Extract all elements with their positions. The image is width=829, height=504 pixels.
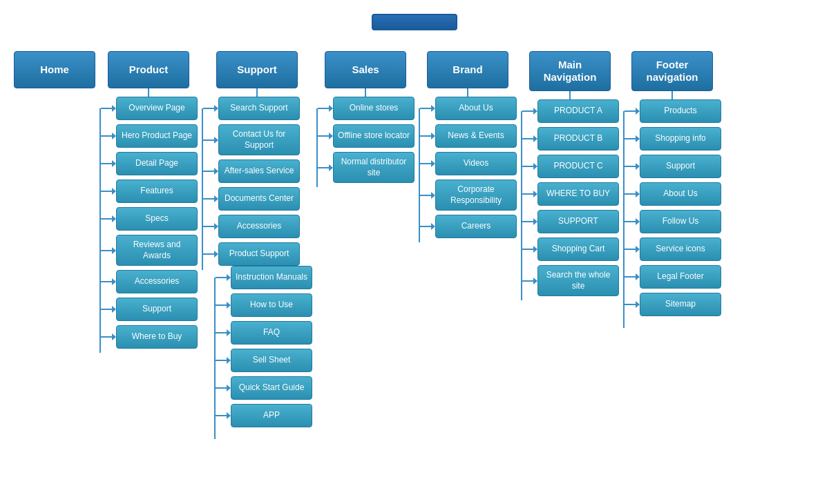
child-node[interactable]: PRODUCT B <box>537 127 619 151</box>
arrow-connector <box>101 306 116 313</box>
child-node[interactable]: SUPPORT <box>537 210 619 233</box>
arrow-connector <box>216 385 231 391</box>
arrow-connector <box>625 301 640 308</box>
top-node[interactable]: Home <box>14 51 95 88</box>
child-node[interactable]: Product Support <box>218 242 300 266</box>
top-node[interactable]: Sales <box>325 51 406 88</box>
arrow-connector <box>216 302 231 309</box>
arrow-connector <box>625 163 640 170</box>
child-item: About Us <box>420 97 517 120</box>
child-item: Corporate Responsibility <box>420 180 517 211</box>
top-node[interactable]: Support <box>216 51 298 88</box>
child-node[interactable]: Search Support <box>218 97 300 120</box>
child-item: News & Events <box>420 124 517 148</box>
child-node[interactable]: Where to Buy <box>116 325 198 349</box>
arrow-connector <box>420 105 435 112</box>
child-node[interactable]: Contact Us for Support <box>218 124 300 155</box>
child-item: About Us <box>625 182 721 206</box>
bracket-line <box>202 108 203 270</box>
child-node[interactable]: Documents Center <box>218 187 300 211</box>
child-node[interactable]: Detail Page <box>116 152 198 175</box>
child-node[interactable]: Overview Page <box>116 97 198 120</box>
child-node[interactable]: About Us <box>640 182 721 206</box>
child-item: Specs <box>101 207 198 231</box>
child-node[interactable]: After-sales Service <box>218 159 300 183</box>
child-node[interactable]: PRODUCT A <box>537 99 619 123</box>
child-node[interactable]: Videos <box>435 152 517 175</box>
arrow-connector <box>101 160 116 167</box>
child-item: Features <box>101 180 198 203</box>
arrow-connector <box>625 273 640 280</box>
child-node[interactable]: Instruction Manuals <box>231 266 312 289</box>
child-item: Videos <box>420 152 517 175</box>
child-item: Reviews and Awards <box>101 235 198 266</box>
arrow-connector <box>101 105 116 112</box>
child-node[interactable]: About Us <box>435 97 517 120</box>
child-node[interactable]: Online stores <box>333 97 414 120</box>
child-item: After-sales Service <box>203 159 312 183</box>
child-node[interactable]: FAQ <box>231 321 312 345</box>
arrow-connector <box>522 163 537 170</box>
top-node[interactable]: Product <box>108 51 189 88</box>
child-node[interactable]: Careers <box>435 215 517 238</box>
child-node[interactable]: Normal distributor site <box>333 152 414 183</box>
arrow-connector <box>216 357 231 364</box>
arrow-connector <box>216 329 231 336</box>
top-node[interactable]: Brand <box>427 51 508 88</box>
arrow-connector <box>522 218 537 225</box>
child-node[interactable]: Service icons <box>640 238 721 261</box>
arrow-connector <box>101 333 116 340</box>
col-section-product: ProductOverview PageHero Product PageDet… <box>99 51 198 353</box>
child-node[interactable]: Follow Us <box>640 210 721 233</box>
bracket-line <box>99 108 101 353</box>
arrow-connector <box>101 278 116 285</box>
col-section-main-navigation: Main NavigationPRODUCT APRODUCT BPRODUCT… <box>521 51 619 300</box>
child-item: Normal distributor site <box>318 152 414 183</box>
child-item: PRODUCT C <box>522 155 619 178</box>
top-node[interactable]: Footer navigation <box>631 51 713 91</box>
child-node[interactable]: Reviews and Awards <box>116 235 198 266</box>
child-item: Contact Us for Support <box>203 124 312 155</box>
child-node[interactable]: Search the whole site <box>537 265 619 296</box>
child-item: Shopping Cart <box>522 238 619 261</box>
child-node[interactable]: Features <box>116 180 198 203</box>
child-item: Sitemap <box>625 293 721 316</box>
child-node[interactable]: Corporate Responsibility <box>435 180 517 211</box>
child-node[interactable]: Offline store locator <box>333 124 414 148</box>
arrow-connector <box>420 192 435 199</box>
child-node[interactable]: News & Events <box>435 124 517 148</box>
col-section-home: Home <box>14 51 95 88</box>
child-node[interactable]: Shopping Cart <box>537 238 619 261</box>
child-node[interactable]: Hero Product Page <box>116 124 198 148</box>
child-node[interactable]: APP <box>231 404 312 427</box>
child-node[interactable]: Shopping info <box>640 127 721 151</box>
child-node[interactable]: Legal Footer <box>640 265 721 289</box>
arrow-connector <box>203 251 218 258</box>
child-node[interactable]: Sitemap <box>640 293 721 316</box>
arrow-connector <box>318 105 333 112</box>
child-node[interactable]: Accessories <box>218 215 300 238</box>
child-item: Search Support <box>203 97 312 120</box>
child-item: Careers <box>420 215 517 238</box>
child-node[interactable]: Accessories <box>116 270 198 293</box>
grandchild-item: FAQ <box>216 321 312 345</box>
child-node[interactable]: Quick Start Guide <box>231 376 312 400</box>
child-node[interactable]: Support <box>640 155 721 178</box>
child-item: Overview Page <box>101 97 198 120</box>
child-node[interactable]: PRODUCT C <box>537 155 619 178</box>
child-node[interactable]: Products <box>640 99 721 123</box>
child-node[interactable]: How to Use <box>231 293 312 317</box>
arrow-connector <box>101 133 116 139</box>
arrow-connector <box>203 195 218 202</box>
child-item: Offline store locator <box>318 124 414 148</box>
child-item: WHERE TO BUY <box>522 182 619 206</box>
child-node[interactable]: Specs <box>116 207 198 231</box>
arrow-connector <box>101 188 116 195</box>
child-node[interactable]: WHERE TO BUY <box>537 182 619 206</box>
child-node[interactable]: Support <box>116 298 198 321</box>
arrow-connector <box>522 135 537 142</box>
arrow-connector <box>625 135 640 142</box>
top-node[interactable]: Main Navigation <box>529 51 611 91</box>
child-item: PRODUCT A <box>522 99 619 123</box>
child-node[interactable]: Sell Sheet <box>231 349 312 372</box>
